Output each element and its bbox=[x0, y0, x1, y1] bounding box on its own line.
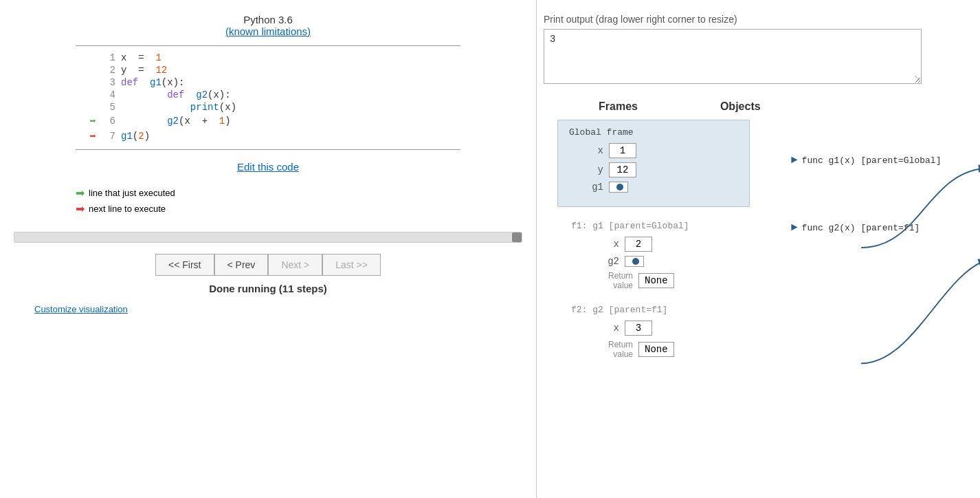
legend: ➡ line that just executed ➡ next line to… bbox=[76, 186, 175, 218]
print-output-box[interactable]: 3 ⤡ bbox=[544, 29, 922, 84]
legend-green: ➡ line that just executed bbox=[76, 186, 175, 199]
global-var-x-name: x bbox=[569, 145, 603, 156]
code-line-5: 5 print(x) bbox=[76, 101, 460, 113]
f2-var-x-name: x bbox=[585, 323, 619, 334]
code-line-4: 4 def g2(x): bbox=[76, 89, 460, 101]
line-num-1: 1 bbox=[99, 52, 115, 63]
global-frame-label: Global frame bbox=[569, 127, 738, 138]
first-button[interactable]: << First bbox=[155, 254, 214, 276]
frames-objects-area: Global frame x 1 y 12 g1 f1: g1 bbox=[544, 120, 966, 374]
obj-arrow-g1-icon: ► bbox=[791, 154, 798, 166]
f1-frame: f1: g1 [parent=Global] x 2 g2 Returnvalu… bbox=[557, 221, 750, 291]
line-num-6: 6 bbox=[99, 116, 115, 127]
line-num-7: 7 bbox=[99, 131, 115, 142]
line-code-1: x = 1 bbox=[121, 52, 162, 63]
f1-var-x-row: x 2 bbox=[585, 237, 750, 252]
prev-button[interactable]: < Prev bbox=[214, 254, 269, 276]
line-code-2: y = 12 bbox=[121, 65, 167, 76]
legend-red-label: next line to execute bbox=[89, 204, 166, 214]
obj-func-g2-label: func g2(x) [parent=f1] bbox=[802, 223, 920, 233]
f1-return-label: Returnvalue bbox=[585, 271, 633, 291]
f1-var-g2-name: g2 bbox=[585, 256, 619, 267]
code-line-7: ➡ 7 g1(2) bbox=[76, 129, 460, 144]
red-arrow-icon: ➡ bbox=[89, 129, 96, 143]
known-limitations-link[interactable]: (known limitations) bbox=[225, 25, 311, 37]
line-code-6: g2(x + 1) bbox=[121, 116, 231, 127]
legend-red: ➡ next line to execute bbox=[76, 202, 175, 215]
print-output-label: Print output (drag lower right corner to… bbox=[544, 14, 966, 25]
edit-code-link[interactable]: Edit this code bbox=[237, 161, 299, 173]
green-arrow-icon: ➡ bbox=[89, 114, 96, 128]
print-output-value: 3 bbox=[550, 34, 555, 45]
line-arrow-6-green: ➡ bbox=[76, 114, 96, 128]
f2-frame-label: f2: g2 [parent=f1] bbox=[571, 305, 750, 315]
obj-arrow-g2-icon: ► bbox=[791, 221, 798, 234]
frames-header: Frames bbox=[599, 100, 638, 113]
next-button[interactable]: Next > bbox=[268, 254, 322, 276]
python-title: Python 3.6 (known limitations) bbox=[225, 14, 311, 37]
objects-header: Objects bbox=[720, 100, 761, 113]
objects-list: ► func g1(x) [parent=Global] ► func g2(x… bbox=[791, 154, 966, 234]
global-var-y-val: 12 bbox=[609, 162, 636, 177]
code-line-2: 2 y = 12 bbox=[76, 64, 460, 76]
customize-link[interactable]: Customize visualization bbox=[34, 304, 128, 314]
legend-green-label: line that just executed bbox=[89, 188, 175, 198]
global-var-g1-ptr bbox=[609, 182, 628, 193]
done-status: Done running (11 steps) bbox=[209, 283, 327, 294]
f2-return-row: Returnvalue None bbox=[585, 340, 750, 360]
python-version-label: Python 3.6 bbox=[243, 14, 293, 25]
global-frame-box: Global frame x 1 y 12 g1 bbox=[557, 120, 750, 207]
f1-var-x-val: 2 bbox=[625, 237, 652, 252]
last-button[interactable]: Last >> bbox=[322, 254, 381, 276]
objects-column: ► func g1(x) [parent=Global] ► func g2(x… bbox=[791, 120, 966, 374]
progress-bar[interactable] bbox=[14, 232, 522, 243]
right-panel: Print output (drag lower right corner to… bbox=[536, 0, 980, 498]
f1-return-val: None bbox=[638, 273, 674, 288]
legend-green-arrow-icon: ➡ bbox=[76, 186, 85, 199]
code-line-3: 3 def g1(x): bbox=[76, 76, 460, 89]
g2-pointer-dot bbox=[632, 258, 639, 265]
progress-thumb[interactable] bbox=[512, 232, 522, 242]
obj-func-g1: ► func g1(x) [parent=Global] bbox=[791, 154, 966, 166]
left-panel: Python 3.6 (known limitations) 1 x = 1 2… bbox=[0, 0, 536, 498]
f1-var-x-name: x bbox=[585, 239, 619, 250]
line-num-3: 3 bbox=[99, 77, 115, 88]
line-arrow-7-red: ➡ bbox=[76, 129, 96, 143]
f2-return-val: None bbox=[638, 342, 674, 357]
resize-handle-icon[interactable]: ⤡ bbox=[914, 74, 920, 82]
global-var-y-name: y bbox=[569, 164, 603, 175]
f1-var-g2-ptr bbox=[625, 256, 644, 267]
global-var-x-row: x 1 bbox=[569, 143, 738, 158]
g1-pointer-dot bbox=[616, 184, 623, 191]
global-var-x-val: 1 bbox=[609, 143, 636, 158]
viz-headers: Frames Objects bbox=[599, 100, 966, 113]
line-num-2: 2 bbox=[99, 65, 115, 76]
f1-return-row: Returnvalue None bbox=[585, 271, 750, 291]
legend-red-arrow-icon: ➡ bbox=[76, 202, 85, 215]
line-num-5: 5 bbox=[99, 102, 115, 113]
f2-var-x-val: 3 bbox=[625, 321, 652, 336]
f2-frame: f2: g2 [parent=f1] x 3 Returnvalue None bbox=[557, 305, 750, 360]
global-var-y-row: y 12 bbox=[569, 162, 738, 177]
f1-var-g2-row: g2 bbox=[585, 256, 750, 267]
line-code-7: g1(2) bbox=[121, 131, 150, 142]
frames-column: Global frame x 1 y 12 g1 f1: g1 bbox=[557, 120, 750, 374]
f1-frame-label: f1: g1 [parent=Global] bbox=[571, 221, 750, 231]
nav-buttons: << First < Prev Next > Last >> bbox=[155, 254, 381, 276]
line-num-4: 4 bbox=[99, 89, 115, 100]
obj-func-g1-label: func g1(x) [parent=Global] bbox=[802, 155, 942, 166]
f1-frame-rows: x 2 g2 Returnvalue None bbox=[585, 237, 750, 291]
code-line-6: ➡ 6 g2(x + 1) bbox=[76, 113, 460, 129]
line-code-3: def g1(x): bbox=[121, 77, 184, 88]
line-code-4: def g2(x): bbox=[121, 89, 231, 100]
progress-fill bbox=[14, 232, 522, 242]
code-line-1: 1 x = 1 bbox=[76, 52, 460, 64]
f2-frame-rows: x 3 Returnvalue None bbox=[585, 321, 750, 360]
obj-func-g2: ► func g2(x) [parent=f1] bbox=[791, 221, 966, 234]
f2-return-label: Returnvalue bbox=[585, 340, 633, 360]
global-var-g1-row: g1 bbox=[569, 182, 738, 193]
line-code-5: print(x) bbox=[121, 102, 236, 113]
global-var-g1-name: g1 bbox=[569, 182, 603, 193]
f2-var-x-row: x 3 bbox=[585, 321, 750, 336]
code-area: 1 x = 1 2 y = 12 3 def g1(x): 4 def g2(x… bbox=[76, 45, 460, 150]
